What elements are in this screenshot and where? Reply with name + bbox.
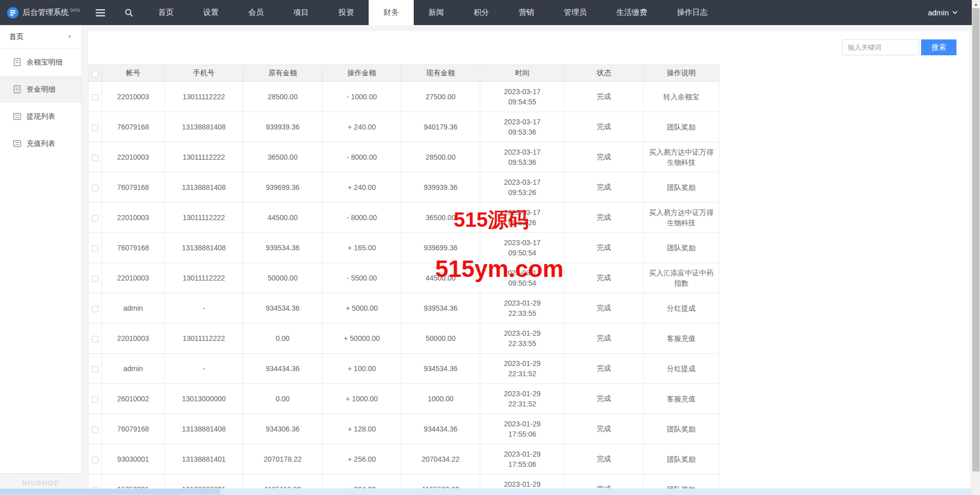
row-checkbox[interactable] (92, 124, 98, 131)
cell-note: 分红提成 (644, 354, 719, 384)
nav-item-2[interactable]: 会员 (233, 0, 279, 25)
cell-time: 2023-03-1709:54:55 (480, 82, 565, 112)
row-checkbox[interactable] (92, 366, 98, 373)
sidebar-item-2[interactable]: 提现列表 (0, 103, 81, 130)
sidebar-item-label: 充值列表 (27, 139, 55, 148)
top-navbar: 后台管理系统 beta 首页设置会员项目投资财务新闻积分营销管理员生活缴费操作日… (0, 0, 972, 25)
cell-status: 完成 (565, 142, 644, 173)
cell-cb (89, 142, 102, 173)
row-checkbox[interactable] (92, 306, 98, 312)
cell-status: 完成 (565, 82, 644, 112)
scrollbar-up-icon[interactable]: ▲ (972, 0, 980, 8)
cell-status: 完成 (565, 263, 644, 293)
cell-status: 完成 (565, 324, 644, 354)
nav-item-6[interactable]: 新闻 (414, 0, 459, 25)
vertical-scrollbar[interactable]: ▲ (972, 0, 980, 495)
nav-item-3[interactable]: 项目 (279, 0, 324, 25)
cell-phone: 13013000000 (165, 384, 243, 414)
cell-time: 2023-01-2917:55:06 (480, 414, 565, 444)
cell-cb (89, 233, 102, 263)
cell-phone: 13138881408 (165, 112, 243, 142)
cell-old: 934534.36 (243, 293, 323, 324)
nav-item-7[interactable]: 积分 (459, 0, 504, 25)
cell-new: 2070434.22 (401, 444, 480, 475)
cell-status: 完成 (565, 444, 644, 475)
sidebar-item-1[interactable]: 资金明细 (0, 76, 81, 103)
cell-op: - 5500.00 (323, 263, 401, 293)
funds-table: 帐号手机号原有金额操作金额现有金额时间状态操作说明 22010003130111… (88, 64, 719, 495)
cell-new: 28500.00 (401, 142, 480, 173)
cell-account: admin (102, 293, 165, 324)
horizontal-scrollbar-thumb[interactable] (0, 489, 220, 494)
search-bar: 搜索 (842, 39, 956, 55)
cell-phone: 13011112222 (165, 203, 243, 233)
row-checkbox[interactable] (92, 275, 98, 282)
nav-item-4[interactable]: 投资 (324, 0, 369, 25)
user-name: admin (928, 8, 949, 17)
cell-cb (89, 444, 102, 475)
row-checkbox[interactable] (92, 336, 98, 342)
cell-note: 团队奖励 (644, 173, 719, 203)
cell-cb (89, 82, 102, 112)
select-all-checkbox[interactable] (92, 71, 98, 77)
column-header-4: 现有金额 (401, 65, 480, 82)
nav-item-9[interactable]: 管理员 (549, 0, 602, 25)
cell-note: 团队奖励 (644, 233, 719, 263)
watermark-url: 515ym.com (435, 255, 564, 283)
nav-item-8[interactable]: 营销 (504, 0, 549, 25)
cell-op: + 240.00 (323, 173, 401, 203)
cell-cb (89, 173, 102, 203)
nav-item-10[interactable]: 生活缴费 (602, 0, 662, 25)
cell-op: + 240.00 (323, 112, 401, 142)
horizontal-scrollbar[interactable] (0, 488, 972, 495)
row-checkbox[interactable] (92, 155, 98, 161)
row-checkbox[interactable] (92, 457, 98, 463)
row-checkbox[interactable] (92, 215, 98, 222)
app-logo: 后台管理系统 beta (0, 0, 86, 25)
nav-item-5[interactable]: 财务 (369, 0, 414, 25)
row-checkbox[interactable] (92, 396, 98, 403)
row-checkbox[interactable] (92, 94, 98, 101)
column-header-1: 手机号 (165, 65, 243, 82)
row-checkbox[interactable] (92, 245, 98, 252)
vertical-scrollbar-thumb[interactable] (972, 8, 979, 471)
cell-old: 939939.36 (243, 112, 323, 142)
cell-account: admin (102, 354, 165, 384)
cell-account: 76079168 (102, 112, 165, 142)
sidebar-item-3[interactable]: 充值列表 (0, 130, 81, 157)
cell-op: - 1000.00 (323, 82, 401, 112)
table-row: 22010003130111122220.00+ 50000.0050000.0… (89, 324, 719, 354)
cell-op: + 100.00 (323, 354, 401, 384)
cell-cb (89, 324, 102, 354)
list-icon (13, 139, 22, 148)
sidebar-item-label: 提现列表 (27, 112, 55, 121)
chevron-down-icon (952, 11, 957, 14)
sidebar-section-home[interactable]: 首页 ▼ (0, 25, 81, 49)
user-menu[interactable]: admin (928, 0, 972, 25)
app-title-badge: beta (70, 0, 80, 13)
nav-search-button[interactable] (115, 0, 143, 25)
cell-phone: 13138881408 (165, 233, 243, 263)
cell-status: 完成 (565, 203, 644, 233)
app-title: 后台管理系统 (23, 8, 69, 17)
search-submit-button[interactable]: 搜索 (921, 39, 956, 55)
caret-down-icon: ▼ (67, 34, 72, 39)
cell-account: 76079168 (102, 173, 165, 203)
cell-status: 完成 (565, 354, 644, 384)
row-checkbox[interactable] (92, 426, 98, 433)
cell-op: + 1000.00 (323, 384, 401, 414)
menu-toggle-button[interactable] (86, 0, 115, 25)
nav-item-1[interactable]: 设置 (188, 0, 233, 25)
cell-time: 2023-01-2922:31:52 (480, 354, 565, 384)
search-input[interactable] (842, 39, 919, 55)
table-row: 7607916813138881408939939.36+ 240.009401… (89, 112, 719, 142)
cell-old: 0.00 (243, 324, 323, 354)
nav-item-11[interactable]: 操作日志 (662, 0, 722, 25)
cell-time: 2023-01-2922:33:55 (480, 293, 565, 324)
row-checkbox[interactable] (92, 185, 98, 191)
nav-item-0[interactable]: 首页 (143, 0, 188, 25)
sidebar-item-0[interactable]: 余额宝明细 (0, 49, 81, 76)
doc-icon (13, 85, 22, 94)
cell-old: 939534.36 (243, 233, 323, 263)
cell-op: + 256.00 (323, 444, 401, 475)
